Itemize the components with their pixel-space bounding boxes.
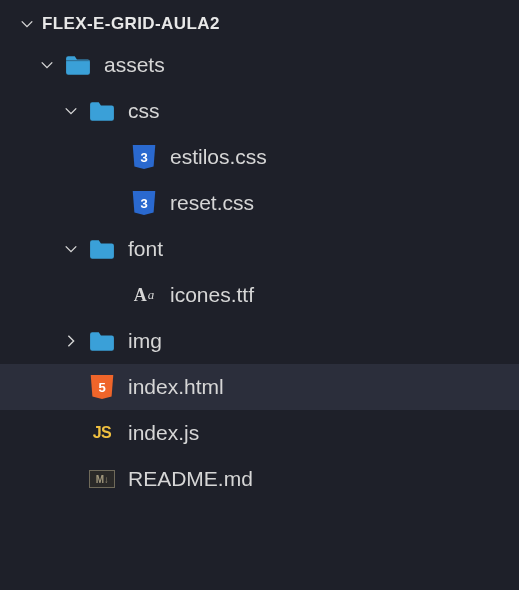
chevron-down-icon [62,104,80,118]
file-icones-ttf[interactable]: Aa icones.ttf [0,272,519,318]
font-file-icon: Aa [130,281,158,309]
file-label: reset.css [170,191,254,215]
folder-open-icon [64,51,92,79]
file-label: README.md [128,467,253,491]
folder-font[interactable]: font [0,226,519,272]
css-file-icon: 3 [130,189,158,217]
chevron-right-icon [62,334,80,348]
css-file-icon: 3 [130,143,158,171]
file-label: index.html [128,375,224,399]
js-file-icon: JS [88,419,116,447]
file-index-js[interactable]: JS index.js [0,410,519,456]
folder-icon [88,327,116,355]
file-readme-md[interactable]: M↓ README.md [0,456,519,502]
file-label: icones.ttf [170,283,254,307]
markdown-file-icon: M↓ [88,465,116,493]
folder-open-icon [88,235,116,263]
html-file-icon: 5 [88,373,116,401]
file-estilos-css[interactable]: 3 estilos.css [0,134,519,180]
project-header[interactable]: FLEX-E-GRID-AULA2 [0,10,519,42]
folder-label: font [128,237,163,261]
file-label: index.js [128,421,199,445]
folder-css[interactable]: css [0,88,519,134]
folder-label: assets [104,53,165,77]
file-explorer: FLEX-E-GRID-AULA2 assets css 3 estilos.c… [0,0,519,502]
folder-label: css [128,99,160,123]
file-label: estilos.css [170,145,267,169]
chevron-down-icon [18,15,36,33]
project-name: FLEX-E-GRID-AULA2 [42,14,220,34]
folder-assets[interactable]: assets [0,42,519,88]
chevron-down-icon [62,242,80,256]
file-index-html[interactable]: 5 index.html [0,364,519,410]
folder-open-icon [88,97,116,125]
folder-label: img [128,329,162,353]
file-reset-css[interactable]: 3 reset.css [0,180,519,226]
folder-img[interactable]: img [0,318,519,364]
chevron-down-icon [38,58,56,72]
